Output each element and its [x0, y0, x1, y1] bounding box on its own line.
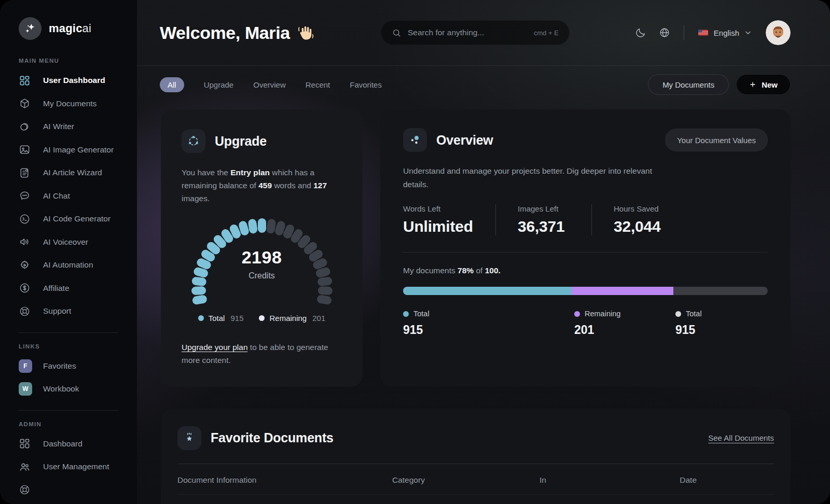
sidebar-item-dashboard[interactable]: Dashboard — [19, 432, 137, 456]
sidebar-item-affiliate[interactable]: Affiliate — [19, 277, 137, 300]
stat-hours-saved: Hours Saved 32,044 — [591, 204, 768, 235]
see-all-documents-link[interactable]: See All Documents — [708, 433, 774, 442]
sidebar-item-label: User Dashboard — [43, 76, 105, 85]
dashboard-content: Upgrade You have the Entry plan which ha… — [137, 95, 830, 504]
progress-legend-total: Total915 — [675, 310, 768, 337]
document-values-button[interactable]: Your Document Values — [665, 129, 768, 151]
sidebar-item-label: Affiliate — [43, 284, 70, 293]
search-icon — [392, 28, 402, 38]
users-icon — [19, 461, 31, 473]
overview-stats: Words Left Unlimited Images Left 36,371 … — [403, 204, 768, 235]
overview-divider — [403, 252, 768, 253]
tab-all[interactable]: All — [160, 77, 184, 92]
upgrade-card-title: Upgrade — [215, 134, 267, 149]
credits-value: 2198 — [184, 247, 340, 268]
overview-card: Overview Your Document Values Understand… — [380, 109, 791, 387]
gauge-legend: Total915Remaining201 — [182, 314, 342, 323]
sidebar-nav: MAIN MENUUser DashboardMy DocumentsAI Wr… — [19, 58, 137, 501]
sidebar-item-ai-article-wizard[interactable]: AI Article Wizard — [19, 161, 137, 185]
plan-summary: You have the Entry plan which has a rema… — [182, 166, 342, 205]
sidebar-item-user-dashboard[interactable]: User Dashboard — [19, 69, 137, 92]
sidebar-item-ai-chat[interactable]: AI Chat — [19, 185, 137, 208]
language-label: English — [714, 29, 739, 37]
sidebar-item-ai-voiceover[interactable]: AI Voiceover — [19, 231, 137, 254]
support-icon — [19, 305, 31, 317]
legend-dot — [198, 315, 204, 321]
sidebar-section-label: MAIN MENU — [19, 58, 137, 64]
page-title: Welcome, Maria — [160, 23, 381, 43]
user-avatar[interactable] — [766, 20, 791, 45]
grid-icon — [19, 75, 31, 87]
automation-icon — [19, 259, 31, 271]
my-documents-button[interactable]: My Documents — [648, 74, 729, 95]
search-input[interactable] — [408, 28, 528, 37]
sidebar-item-support[interactable]: Support — [19, 300, 137, 323]
table-header: Document Information Category In Date — [177, 464, 774, 494]
upgrade-card: Upgrade You have the Entry plan which ha… — [161, 109, 363, 387]
us-flag-icon — [698, 29, 709, 37]
sidebar-divider — [19, 332, 118, 333]
sidebar: magicai MAIN MENUUser DashboardMy Docume… — [0, 0, 137, 504]
overview-scatter-icon — [403, 128, 427, 152]
sidebar-item-favorites[interactable]: FFavorites — [19, 355, 137, 378]
sidebar-item-label: User Management — [43, 462, 109, 471]
documents-progress-legend: Total915Remaining201Total915 — [403, 310, 768, 337]
sidebar-item-ai-writer[interactable]: AI Writer — [19, 115, 137, 138]
main-area: Welcome, Maria cmd + E — [137, 0, 830, 504]
brand[interactable]: magicai — [19, 17, 137, 40]
writer-icon — [19, 121, 31, 133]
legend-dot — [259, 315, 265, 321]
sidebar-item-label: Favorites — [43, 361, 76, 371]
grid-icon — [19, 438, 31, 450]
stat-images-left: Images Left 36,371 — [495, 204, 591, 235]
toolbar-buttons: My Documents New — [648, 74, 791, 95]
new-button[interactable]: New — [736, 74, 791, 95]
header-actions: English — [570, 20, 791, 45]
sidebar-item-user-management[interactable]: User Management — [19, 455, 137, 479]
tab-overview[interactable]: Overview — [253, 77, 286, 92]
sidebar-item-label: AI Image Generator — [43, 145, 114, 155]
brand-name: magicai — [49, 22, 91, 35]
dark-mode-moon-icon[interactable] — [635, 27, 646, 38]
globe-icon[interactable] — [659, 27, 670, 38]
code-icon — [19, 213, 31, 225]
sidebar-section-label: LINKS — [19, 343, 137, 349]
progress-legend-remaining: Remaining201 — [574, 310, 675, 337]
overview-description: Understand and manage your projects bett… — [403, 164, 673, 191]
cube-icon — [19, 97, 31, 109]
page-header: Welcome, Maria cmd + E — [137, 0, 830, 66]
tab-upgrade[interactable]: Upgrade — [204, 77, 234, 92]
badge-w: W — [19, 382, 32, 396]
global-search[interactable]: cmd + E — [381, 20, 570, 45]
tab-recent[interactable]: Recent — [306, 77, 330, 92]
table-body: How to build a successful business My Bl… — [177, 495, 774, 504]
sidebar-item-ai-code-generator[interactable]: AI Code Generator — [19, 207, 137, 231]
language-selector[interactable]: English — [698, 29, 752, 37]
table-row[interactable]: How to build a successful business My Bl… — [177, 495, 774, 504]
column-category: Category — [392, 475, 540, 485]
dollar-icon — [19, 282, 31, 294]
sidebar-item-ai-automation[interactable]: AI Automation — [19, 254, 137, 277]
badge-f: F — [19, 359, 32, 373]
sidebar-item-label: My Documents — [43, 99, 96, 108]
legend-dot — [675, 311, 681, 317]
sidebar-item-my-documents[interactable]: My Documents — [19, 92, 137, 116]
chevron-down-icon — [744, 29, 752, 37]
favorite-documents-title: Favorite Documents — [211, 430, 334, 445]
legend-total: Total915 — [198, 314, 244, 323]
overview-card-title: Overview — [436, 133, 493, 148]
legend-dot — [574, 311, 580, 317]
tab-favorites[interactable]: Favorites — [350, 77, 382, 92]
sidebar-item-label: AI Writer — [43, 122, 74, 131]
credits-gauge: 2198 Credits — [184, 210, 340, 310]
sidebar-item-ai-image-generator[interactable]: AI Image Generator — [19, 138, 137, 162]
brand-logo-icon — [19, 17, 42, 40]
sidebar-item-more[interactable] — [19, 479, 137, 502]
documents-progress-caption: My documents 78% of 100. — [403, 266, 768, 275]
header-divider — [684, 25, 684, 40]
search-shortcut: cmd + E — [534, 29, 559, 37]
sidebar-item-workbook[interactable]: WWorkbook — [19, 377, 137, 401]
sidebar-item-label: AI Voiceover — [43, 237, 88, 247]
documents-progress-bar — [403, 287, 768, 295]
upgrade-plan-link[interactable]: Upgrade your plan — [182, 343, 248, 352]
